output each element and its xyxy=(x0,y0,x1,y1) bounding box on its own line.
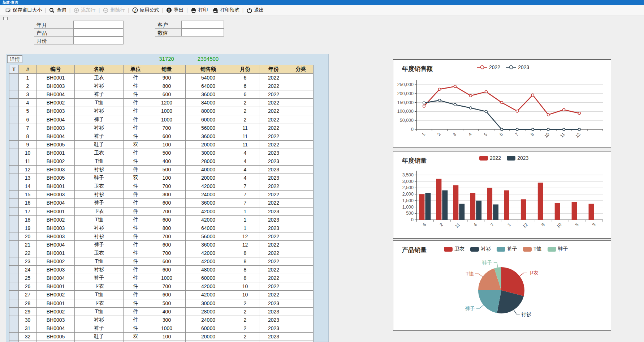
cell[interactable]: 32 xyxy=(19,332,37,341)
cell[interactable]: 20 xyxy=(19,232,37,240)
cell[interactable] xyxy=(288,157,314,165)
row-selector[interactable] xyxy=(9,82,19,90)
cell[interactable] xyxy=(288,90,314,99)
customer-field[interactable] xyxy=(181,21,224,29)
cell[interactable]: 42000 xyxy=(186,291,231,299)
row-selector[interactable] xyxy=(9,132,19,140)
annual-sales-line-chart[interactable]: 050,000100,000150,000200,000250,00012345… xyxy=(393,60,611,148)
cell[interactable]: BH0001 xyxy=(37,299,75,307)
cell[interactable] xyxy=(288,191,314,199)
row-selector[interactable] xyxy=(9,274,19,282)
cell[interactable] xyxy=(288,307,314,316)
cell[interactable]: 300 xyxy=(148,191,186,199)
row-selector[interactable] xyxy=(9,166,19,174)
cell[interactable]: 2 xyxy=(19,82,37,90)
cell[interactable]: 件 xyxy=(124,215,148,224)
cell[interactable] xyxy=(288,341,314,342)
cell[interactable]: 件 xyxy=(124,199,148,207)
cell[interactable]: 2023 xyxy=(259,341,288,342)
cell[interactable]: 裤子 xyxy=(75,132,124,140)
cell[interactable]: 500 xyxy=(148,149,186,157)
cell[interactable]: 7 xyxy=(231,182,259,191)
cell[interactable]: 700 xyxy=(148,124,186,132)
cell[interactable]: 2 xyxy=(231,115,259,124)
cell[interactable]: 鞋子 xyxy=(75,332,124,341)
cell[interactable]: BH0003 xyxy=(37,166,75,174)
column-header-月份[interactable]: 月份 xyxy=(231,65,259,74)
cell[interactable]: 36000 xyxy=(186,240,231,249)
cell[interactable]: 双 xyxy=(124,332,148,341)
row-selector[interactable] xyxy=(9,149,19,157)
cell[interactable]: 件 xyxy=(124,157,148,165)
cell[interactable]: 2 xyxy=(231,324,259,332)
cell[interactable]: BH0005 xyxy=(37,174,75,182)
cell[interactable]: 8 xyxy=(231,249,259,257)
cell[interactable]: 件 xyxy=(124,124,148,132)
cell[interactable]: 2022 xyxy=(259,115,288,124)
cell[interactable]: 裤子 xyxy=(75,274,124,282)
cell[interactable]: 8 xyxy=(231,266,259,274)
cell[interactable]: 件 xyxy=(124,115,148,124)
cell[interactable]: 件 xyxy=(124,249,148,257)
cell[interactable]: 2022 xyxy=(259,182,288,191)
cell[interactable]: 2022 xyxy=(259,74,288,82)
row-selector[interactable] xyxy=(9,199,19,207)
cell[interactable] xyxy=(288,74,314,82)
cell[interactable]: 800 xyxy=(148,224,186,232)
toolbar-query-button[interactable]: 查询 xyxy=(47,6,69,14)
cell[interactable]: 衬衫 xyxy=(75,232,124,240)
cell[interactable]: 裤子 xyxy=(75,115,124,124)
annual-volume-bar-chart[interactable]: 05001,0001,5002,0002,5003,0003,500621147… xyxy=(393,151,611,239)
cell[interactable]: 卫衣 xyxy=(75,299,124,307)
cell[interactable]: 卫衣 xyxy=(75,149,124,157)
cell[interactable]: 1150 xyxy=(148,341,186,342)
cell[interactable]: BH0001 xyxy=(37,149,75,157)
cell[interactable]: 衬衫 xyxy=(75,82,124,90)
cell[interactable]: 42000 xyxy=(186,249,231,257)
cell[interactable]: BH0002 xyxy=(37,215,75,224)
cell[interactable] xyxy=(288,249,314,257)
cell[interactable]: 2022 xyxy=(259,240,288,249)
cell[interactable]: 衬衫 xyxy=(75,266,124,274)
cell[interactable]: 4 xyxy=(231,149,259,157)
cell[interactable]: 衬衫 xyxy=(75,224,124,232)
cell[interactable]: 件 xyxy=(124,90,148,99)
cell[interactable]: 100 xyxy=(148,140,186,149)
cell[interactable]: 12 xyxy=(231,240,259,249)
cell[interactable]: 80000 xyxy=(186,107,231,115)
column-header-名称[interactable]: 名称 xyxy=(75,65,124,74)
cell[interactable]: 2 xyxy=(231,307,259,316)
cell[interactable]: 22 xyxy=(19,249,37,257)
cell[interactable]: BH0003 xyxy=(37,82,75,90)
cell[interactable]: 2 xyxy=(231,316,259,324)
cell[interactable] xyxy=(288,232,314,240)
cell[interactable]: 54000 xyxy=(186,74,231,82)
cell[interactable]: 2023 xyxy=(259,174,288,182)
cell[interactable]: 衬衫 xyxy=(75,191,124,199)
cell[interactable]: BH0004 xyxy=(37,132,75,140)
cell[interactable]: 400 xyxy=(148,307,186,316)
cell[interactable]: BH0001 xyxy=(37,182,75,191)
cell[interactable]: 600 xyxy=(148,199,186,207)
cell[interactable]: BH0003 xyxy=(37,266,75,274)
cell[interactable]: BH0004 xyxy=(37,324,75,332)
row-selector[interactable] xyxy=(9,341,19,342)
cell[interactable]: 4 xyxy=(231,157,259,165)
cell[interactable]: 10 xyxy=(231,291,259,299)
cell[interactable] xyxy=(288,257,314,266)
cell[interactable]: 400 xyxy=(148,157,186,165)
cell[interactable] xyxy=(288,174,314,182)
cell[interactable]: T恤 xyxy=(75,157,124,165)
cell[interactable]: 5 xyxy=(19,107,37,115)
cell[interactable]: 8 xyxy=(19,132,37,140)
row-selector[interactable] xyxy=(9,157,19,165)
cell[interactable]: 2023 xyxy=(259,157,288,165)
cell[interactable]: 卫衣 xyxy=(75,207,124,215)
tab-detail[interactable]: 详情 xyxy=(7,55,22,63)
month-field[interactable] xyxy=(73,37,124,44)
cell[interactable]: 2022 xyxy=(259,107,288,115)
cell[interactable]: 64000 xyxy=(186,82,231,90)
cell[interactable]: BH0003 xyxy=(37,191,75,199)
toolbar-save-window-size-button[interactable]: 保存窗口大小 xyxy=(3,6,44,14)
cell[interactable] xyxy=(288,266,314,274)
